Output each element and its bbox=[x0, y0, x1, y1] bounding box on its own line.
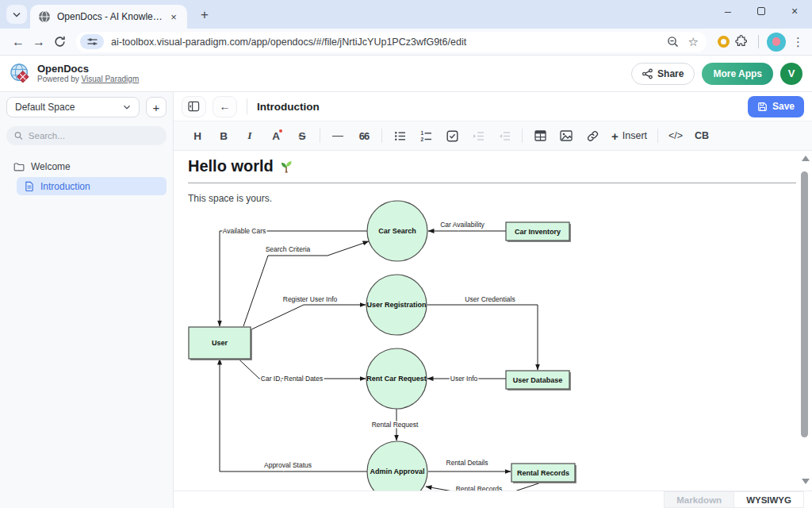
browser-tab[interactable]: OpenDocs - AI Knowledge Base × bbox=[30, 5, 187, 29]
document-icon bbox=[25, 181, 34, 191]
save-icon bbox=[757, 102, 768, 112]
checkbox-icon bbox=[446, 130, 458, 142]
bookmark-star-icon[interactable]: ☆ bbox=[688, 35, 699, 49]
table-button[interactable] bbox=[530, 125, 550, 146]
svg-text:2: 2 bbox=[420, 137, 423, 142]
url-text: ai-toolbox.visual-paradigm.com/app/opend… bbox=[111, 37, 657, 48]
back-button-editor[interactable]: ← bbox=[213, 96, 237, 117]
doc-heading: Hello world bbox=[188, 157, 796, 183]
italic-button[interactable]: I bbox=[239, 125, 260, 146]
edge-label-rental-records: Rental Records bbox=[456, 485, 503, 491]
edge-label-search-criteria: Search Criteria bbox=[266, 245, 311, 253]
tab-title: OpenDocs - AI Knowledge Base bbox=[57, 11, 167, 22]
browser-profile-avatar[interactable] bbox=[767, 33, 786, 52]
inline-code-button[interactable]: </> bbox=[665, 125, 686, 146]
insert-button[interactable]: +Insert bbox=[608, 125, 650, 146]
edge-label-register-user-info: Register User Info bbox=[283, 295, 338, 303]
window-minimize-button[interactable]: – bbox=[722, 5, 734, 17]
save-button[interactable]: Save bbox=[748, 96, 804, 117]
extension-icon[interactable] bbox=[718, 36, 730, 48]
space-selector[interactable]: Default Space bbox=[6, 97, 140, 117]
editor-header: ← Introduction Save bbox=[174, 92, 812, 121]
wysiwyg-mode-button[interactable]: WYSIWYG bbox=[734, 491, 804, 508]
scroll-down-icon[interactable] bbox=[802, 479, 810, 484]
window-maximize-button[interactable] bbox=[755, 5, 768, 17]
hr-icon bbox=[332, 136, 343, 137]
tune-icon bbox=[87, 37, 98, 46]
data-flow-diagram[interactable]: Car SearchUser RegistrationRent Car Requ… bbox=[188, 198, 584, 491]
address-bar[interactable]: ai-toolbox.visual-paradigm.com/app/opend… bbox=[76, 32, 707, 52]
reload-icon bbox=[54, 36, 66, 48]
chevron-down-icon bbox=[123, 104, 131, 110]
opendocs-logo bbox=[10, 63, 32, 85]
tab-search-button[interactable] bbox=[6, 5, 27, 24]
collapse-sidebar-button[interactable] bbox=[182, 96, 206, 117]
bullet-list-button[interactable] bbox=[389, 125, 410, 146]
window-controls: – × bbox=[722, 5, 801, 17]
plus-icon: + bbox=[611, 129, 619, 143]
site-settings-button[interactable] bbox=[80, 34, 104, 49]
node-label-admin-approval: Admin Approval bbox=[370, 468, 424, 475]
node-label-car-search: Car Search bbox=[378, 227, 416, 235]
share-button[interactable]: Share bbox=[631, 63, 695, 85]
seedling-emoji-icon bbox=[279, 160, 293, 174]
task-list-button[interactable] bbox=[442, 125, 462, 146]
editor-scrollbar[interactable] bbox=[799, 152, 811, 489]
header-divider bbox=[247, 98, 247, 114]
sidebar-item-introduction[interactable]: Introduction bbox=[17, 177, 167, 195]
node-label-rental-records: Rental Records bbox=[517, 469, 569, 477]
extensions-button[interactable] bbox=[730, 32, 750, 52]
reload-button[interactable] bbox=[49, 32, 70, 52]
sidebar-item-welcome[interactable]: Welcome bbox=[6, 157, 167, 175]
sidebar-search[interactable] bbox=[6, 126, 167, 145]
sidebar: Default Space + Welcome Introduction bbox=[0, 92, 173, 508]
folder-icon bbox=[13, 162, 25, 171]
document-content[interactable]: Hello world This space is yours. bbox=[174, 151, 812, 491]
add-space-button[interactable]: + bbox=[146, 97, 167, 117]
puzzle-icon bbox=[733, 35, 747, 48]
share-icon bbox=[642, 68, 653, 79]
new-tab-button[interactable]: + bbox=[195, 6, 214, 25]
link-button[interactable] bbox=[582, 125, 603, 146]
panel-collapse-icon bbox=[188, 101, 200, 112]
more-apps-button[interactable]: More Apps bbox=[702, 63, 773, 85]
code-block-button[interactable]: CB bbox=[691, 125, 712, 146]
horizontal-rule-button[interactable] bbox=[327, 125, 348, 146]
browser-menu-icon[interactable]: ⋮ bbox=[792, 35, 804, 49]
image-button[interactable] bbox=[556, 125, 576, 146]
edge-label-car-id-rental-dates: Car ID, Rental Dates bbox=[261, 375, 323, 383]
visual-paradigm-link[interactable]: Visual Paradigm bbox=[82, 75, 140, 83]
table-icon bbox=[534, 130, 546, 141]
bullet-list-icon bbox=[394, 130, 406, 142]
search-input[interactable] bbox=[29, 131, 159, 140]
scrollbar-thumb[interactable] bbox=[801, 171, 808, 437]
markdown-mode-button[interactable]: Markdown bbox=[664, 491, 734, 508]
node-label-user-database: User Database bbox=[513, 376, 563, 384]
link-icon bbox=[587, 130, 599, 142]
browser-window: OpenDocs - AI Knowledge Base × + – × ← →… bbox=[0, 0, 812, 508]
outdent-button[interactable] bbox=[494, 125, 515, 146]
globe-favicon-icon bbox=[38, 10, 51, 23]
quote-button[interactable]: 66 bbox=[354, 125, 374, 146]
edge-label-available-cars: Available Cars bbox=[223, 227, 266, 235]
strikethrough-button[interactable]: S bbox=[292, 125, 312, 146]
node-label-rent-car-request: Rent Car Request bbox=[366, 375, 427, 383]
tab-close-icon[interactable]: × bbox=[167, 10, 181, 24]
indent-button[interactable] bbox=[468, 125, 488, 146]
zoom-button[interactable] bbox=[667, 36, 679, 48]
user-avatar[interactable]: V bbox=[780, 63, 802, 85]
zoom-out-icon bbox=[667, 36, 679, 48]
page-title: Introduction bbox=[257, 101, 320, 113]
browser-toolbar: ← → ai-toolbox.visual-paradigm.com/app/o… bbox=[0, 29, 812, 56]
text-color-button[interactable]: A bbox=[266, 125, 286, 146]
bold-button[interactable]: B bbox=[213, 125, 234, 146]
numbered-list-icon: 12 bbox=[420, 130, 432, 142]
outdent-icon bbox=[499, 130, 511, 142]
browser-tab-strip: OpenDocs - AI Knowledge Base × + – × bbox=[0, 0, 812, 29]
forward-button[interactable]: → bbox=[29, 32, 49, 52]
back-button[interactable]: ← bbox=[8, 32, 29, 52]
scroll-up-icon[interactable] bbox=[802, 156, 810, 161]
heading-button[interactable]: H bbox=[187, 125, 208, 146]
numbered-list-button[interactable]: 12 bbox=[416, 125, 436, 146]
window-close-button[interactable]: × bbox=[788, 5, 801, 17]
